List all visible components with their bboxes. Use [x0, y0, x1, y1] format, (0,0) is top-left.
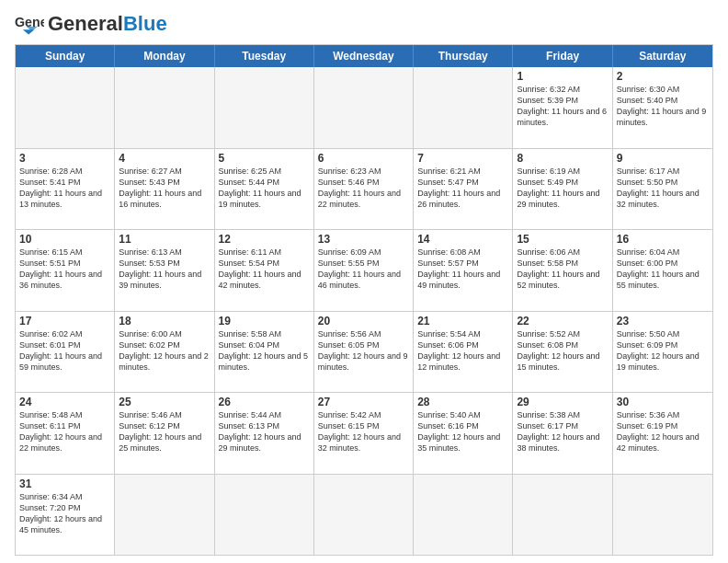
calendar-cell	[314, 67, 414, 148]
calendar-header-sunday: Sunday	[16, 45, 115, 67]
day-info: Sunrise: 5:52 AM Sunset: 6:08 PM Dayligh…	[517, 328, 608, 373]
day-number: 7	[417, 152, 508, 165]
day-number: 11	[119, 233, 210, 246]
day-number: 12	[219, 233, 310, 246]
calendar-body: 1Sunrise: 6:32 AM Sunset: 5:39 PM Daylig…	[16, 67, 712, 555]
calendar-cell: 27Sunrise: 5:42 AM Sunset: 6:15 PM Dayli…	[314, 393, 414, 474]
calendar-cell: 17Sunrise: 6:02 AM Sunset: 6:01 PM Dayli…	[16, 312, 115, 393]
day-number: 25	[119, 396, 210, 408]
calendar-cell	[215, 475, 314, 556]
calendar-header-tuesday: Tuesday	[215, 45, 314, 67]
day-info: Sunrise: 6:34 AM Sunset: 7:20 PM Dayligh…	[19, 491, 110, 536]
day-info: Sunrise: 5:48 AM Sunset: 6:11 PM Dayligh…	[19, 409, 110, 454]
day-number: 15	[517, 233, 608, 246]
day-info: Sunrise: 6:09 AM Sunset: 5:55 PM Dayligh…	[318, 247, 409, 292]
calendar-cell	[115, 67, 214, 148]
day-number: 1	[517, 70, 608, 83]
day-number: 30	[617, 396, 709, 408]
day-info: Sunrise: 5:58 AM Sunset: 6:04 PM Dayligh…	[219, 328, 310, 373]
calendar-cell: 7Sunrise: 6:21 AM Sunset: 5:47 PM Daylig…	[414, 149, 513, 230]
calendar-cell: 23Sunrise: 5:50 AM Sunset: 6:09 PM Dayli…	[613, 312, 712, 393]
calendar-cell	[414, 475, 513, 556]
day-number: 23	[617, 315, 709, 327]
day-number: 9	[617, 152, 709, 165]
logo: General GeneralBlue	[15, 11, 167, 37]
day-number: 21	[417, 315, 508, 327]
day-info: Sunrise: 5:42 AM Sunset: 6:15 PM Dayligh…	[318, 409, 409, 454]
calendar-cell: 11Sunrise: 6:13 AM Sunset: 5:53 PM Dayli…	[115, 230, 214, 311]
calendar-header-monday: Monday	[115, 45, 214, 67]
calendar-week-6: 31Sunrise: 6:34 AM Sunset: 7:20 PM Dayli…	[16, 474, 712, 556]
day-number: 10	[19, 233, 110, 246]
day-number: 19	[219, 315, 310, 327]
calendar-cell: 15Sunrise: 6:06 AM Sunset: 5:58 PM Dayli…	[513, 230, 612, 311]
calendar-cell: 14Sunrise: 6:08 AM Sunset: 5:57 PM Dayli…	[414, 230, 513, 311]
day-info: Sunrise: 6:17 AM Sunset: 5:50 PM Dayligh…	[617, 166, 709, 211]
calendar-cell: 13Sunrise: 6:09 AM Sunset: 5:55 PM Dayli…	[314, 230, 414, 311]
calendar-cell: 6Sunrise: 6:23 AM Sunset: 5:46 PM Daylig…	[314, 149, 414, 230]
day-number: 28	[417, 396, 508, 408]
calendar-week-2: 3Sunrise: 6:28 AM Sunset: 5:41 PM Daylig…	[16, 148, 712, 230]
day-info: Sunrise: 5:56 AM Sunset: 6:05 PM Dayligh…	[318, 328, 409, 373]
day-info: Sunrise: 6:02 AM Sunset: 6:01 PM Dayligh…	[19, 328, 110, 373]
calendar-cell: 19Sunrise: 5:58 AM Sunset: 6:04 PM Dayli…	[215, 312, 314, 393]
day-info: Sunrise: 6:15 AM Sunset: 5:51 PM Dayligh…	[19, 247, 110, 292]
calendar-cell: 9Sunrise: 6:17 AM Sunset: 5:50 PM Daylig…	[613, 149, 712, 230]
calendar-cell: 25Sunrise: 5:46 AM Sunset: 6:12 PM Dayli…	[115, 393, 214, 474]
calendar-week-3: 10Sunrise: 6:15 AM Sunset: 5:51 PM Dayli…	[16, 229, 712, 311]
day-info: Sunrise: 6:04 AM Sunset: 6:00 PM Dayligh…	[617, 247, 709, 292]
calendar-cell	[215, 67, 314, 148]
calendar-header-friday: Friday	[513, 45, 612, 67]
day-info: Sunrise: 6:21 AM Sunset: 5:47 PM Dayligh…	[417, 166, 508, 211]
calendar-cell: 21Sunrise: 5:54 AM Sunset: 6:06 PM Dayli…	[414, 312, 513, 393]
day-number: 27	[318, 396, 409, 408]
calendar-cell: 29Sunrise: 5:38 AM Sunset: 6:17 PM Dayli…	[513, 393, 612, 474]
calendar-week-1: 1Sunrise: 6:32 AM Sunset: 5:39 PM Daylig…	[16, 67, 712, 148]
day-number: 24	[19, 396, 110, 408]
calendar-cell	[314, 475, 414, 556]
calendar-cell: 26Sunrise: 5:44 AM Sunset: 6:13 PM Dayli…	[215, 393, 314, 474]
day-number: 17	[19, 315, 110, 327]
calendar-cell: 2Sunrise: 6:30 AM Sunset: 5:40 PM Daylig…	[613, 67, 712, 148]
calendar-week-4: 17Sunrise: 6:02 AM Sunset: 6:01 PM Dayli…	[16, 311, 712, 393]
day-info: Sunrise: 6:13 AM Sunset: 5:53 PM Dayligh…	[119, 247, 210, 292]
day-info: Sunrise: 6:30 AM Sunset: 5:40 PM Dayligh…	[617, 84, 709, 129]
calendar-cell	[16, 67, 115, 148]
calendar-cell: 16Sunrise: 6:04 AM Sunset: 6:00 PM Dayli…	[613, 230, 712, 311]
calendar-cell	[115, 475, 214, 556]
calendar-week-5: 24Sunrise: 5:48 AM Sunset: 6:11 PM Dayli…	[16, 392, 712, 474]
day-number: 6	[318, 152, 409, 165]
day-info: Sunrise: 6:23 AM Sunset: 5:46 PM Dayligh…	[318, 166, 409, 211]
day-number: 13	[318, 233, 409, 246]
day-number: 31	[19, 477, 110, 490]
day-info: Sunrise: 5:50 AM Sunset: 6:09 PM Dayligh…	[617, 328, 709, 373]
day-info: Sunrise: 5:40 AM Sunset: 6:16 PM Dayligh…	[417, 409, 508, 454]
day-number: 14	[417, 233, 508, 246]
calendar-header-saturday: Saturday	[613, 45, 712, 67]
day-number: 16	[617, 233, 709, 246]
day-info: Sunrise: 6:27 AM Sunset: 5:43 PM Dayligh…	[119, 166, 210, 211]
calendar-cell: 22Sunrise: 5:52 AM Sunset: 6:08 PM Dayli…	[513, 312, 612, 393]
day-info: Sunrise: 6:11 AM Sunset: 5:54 PM Dayligh…	[219, 247, 310, 292]
calendar-cell: 24Sunrise: 5:48 AM Sunset: 6:11 PM Dayli…	[16, 393, 115, 474]
calendar-header-row: SundayMondayTuesdayWednesdayThursdayFrid…	[16, 45, 712, 67]
calendar-cell: 1Sunrise: 6:32 AM Sunset: 5:39 PM Daylig…	[513, 67, 612, 148]
day-info: Sunrise: 6:08 AM Sunset: 5:57 PM Dayligh…	[417, 247, 508, 292]
day-number: 2	[617, 70, 709, 83]
calendar: SundayMondayTuesdayWednesdayThursdayFrid…	[15, 44, 713, 556]
day-number: 18	[119, 315, 210, 327]
logo-text: GeneralBlue	[48, 14, 167, 34]
calendar-cell	[513, 475, 612, 556]
calendar-cell: 18Sunrise: 6:00 AM Sunset: 6:02 PM Dayli…	[115, 312, 214, 393]
day-number: 20	[318, 315, 409, 327]
day-info: Sunrise: 5:54 AM Sunset: 6:06 PM Dayligh…	[417, 328, 508, 373]
calendar-header-wednesday: Wednesday	[314, 45, 414, 67]
calendar-cell: 30Sunrise: 5:36 AM Sunset: 6:19 PM Dayli…	[613, 393, 712, 474]
day-info: Sunrise: 6:32 AM Sunset: 5:39 PM Dayligh…	[517, 84, 608, 129]
day-number: 8	[517, 152, 608, 165]
calendar-cell	[613, 475, 712, 556]
day-info: Sunrise: 5:46 AM Sunset: 6:12 PM Dayligh…	[119, 409, 210, 454]
day-info: Sunrise: 5:38 AM Sunset: 6:17 PM Dayligh…	[517, 409, 608, 454]
day-info: Sunrise: 6:06 AM Sunset: 5:58 PM Dayligh…	[517, 247, 608, 292]
day-number: 26	[219, 396, 310, 408]
